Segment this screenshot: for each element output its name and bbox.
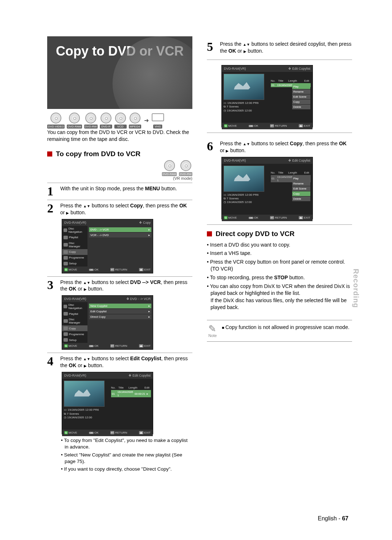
down-icon bbox=[87, 279, 90, 285]
badge-dvd-r: DVD-R bbox=[100, 113, 112, 129]
step-number: 6 bbox=[207, 140, 216, 154]
context-menu: Play Rename Edit Scene Copy Delete bbox=[292, 84, 310, 110]
mini-badges: DVD-RAM DVD-RW bbox=[47, 160, 192, 176]
step-3: 3 Press the buttons to select DVD --> VC… bbox=[47, 276, 192, 293]
note-icon: ✎ Note bbox=[208, 324, 217, 338]
section-head-direct-copy: Direct copy DVD to VCR bbox=[207, 230, 352, 238]
step-body: Press the buttons to select Copy, then p… bbox=[60, 202, 192, 216]
section-head-copy-dvd-to-vcr: To copy from DVD to VCR bbox=[47, 150, 192, 158]
osd-side-menu: Disc Navigation Playlist Disc Manager Co… bbox=[62, 226, 87, 267]
context-menu: Play Rename Edit Scene Copy Delete bbox=[292, 176, 310, 202]
step-body: With the unit in Stop mode, press the ME… bbox=[60, 185, 192, 198]
osd-copylist-copy: DVD-RAM(VR)Edit Copylist ▭ 19/JAN/2005 1… bbox=[221, 157, 313, 219]
up-icon bbox=[243, 41, 246, 47]
play-icon bbox=[84, 362, 87, 368]
osd-edit-copylist: DVD-RAM(VR)Edit Copylist ▭ 19/JAN/2005 1… bbox=[62, 372, 153, 434]
mini-badge-dvd-ram: DVD-RAM bbox=[162, 160, 177, 176]
banner-title: Copy to DVD or VCR bbox=[47, 44, 192, 59]
note-text: Copy function is not allowed in progress… bbox=[222, 324, 349, 331]
section1-title: To copy from DVD to VCR bbox=[56, 150, 140, 158]
page-footer: English - 67 bbox=[318, 515, 349, 522]
step4-notes: To copy from "Edit Copylist", you need t… bbox=[61, 437, 192, 472]
play-icon bbox=[244, 48, 246, 54]
intro-text: You can copy from the DVD to VCR or VCR … bbox=[47, 129, 192, 143]
up-icon bbox=[83, 279, 87, 285]
vr-mode-label: (VR mode) bbox=[47, 176, 192, 180]
right-column: 5 Press the buttons to select desired co… bbox=[207, 36, 352, 475]
title-banner: Copy to DVD or VCR bbox=[47, 36, 192, 109]
step-number: 1 bbox=[47, 185, 57, 198]
down-icon bbox=[246, 141, 250, 146]
down-icon bbox=[87, 203, 90, 208]
thumbnail-icon bbox=[64, 381, 105, 407]
up-icon bbox=[83, 356, 87, 361]
step-6: 6 Press the buttons to select Copy, then… bbox=[207, 138, 352, 154]
step-number: 3 bbox=[47, 279, 57, 293]
badge-dvd-rw: DVD-RW bbox=[84, 113, 98, 129]
osd-copy-menu: DVD-RAM(VR)Copy Disc Navigation Playlist… bbox=[62, 219, 153, 273]
down-icon bbox=[246, 41, 250, 47]
step-body: Press the buttons to select DVD --> VCR,… bbox=[60, 279, 192, 293]
down-icon bbox=[87, 356, 90, 361]
up-icon bbox=[243, 141, 246, 146]
direct-copy-bullets: Insert a DVD disc you want to copy. Inse… bbox=[207, 241, 352, 311]
osd-copylist-actions: DVD-RAM(VR)Edit Copylist ▭ 19/JAN/2005 1… bbox=[221, 65, 313, 127]
up-icon bbox=[83, 203, 87, 208]
badge-dvd-ram: DVD-RAM bbox=[67, 113, 82, 129]
note-box: ✎ Note Copy function is not allowed in p… bbox=[207, 320, 352, 342]
thumbnail-icon bbox=[224, 74, 264, 100]
left-column: Copy to DVD or VCR DVD-VIDEO DVD-RAM DVD… bbox=[47, 36, 192, 475]
badge-vcd: VCD bbox=[114, 113, 127, 129]
page: Copy to DVD or VCR DVD-VIDEO DVD-RAM DVD… bbox=[0, 0, 392, 540]
step-number: 4 bbox=[47, 355, 57, 369]
play-icon bbox=[84, 286, 87, 292]
badge-dvd-video: DVD-VIDEO bbox=[47, 113, 65, 129]
mini-badge-dvd-rw: DVD-RW bbox=[179, 160, 192, 176]
step-4: 4 Press the buttons to select Edit Copyl… bbox=[47, 353, 192, 369]
badge-vhs: VHS bbox=[152, 112, 164, 129]
step-body: Press the buttons to select Copy, then p… bbox=[220, 140, 352, 154]
side-tab-label: Recording bbox=[352, 269, 360, 308]
step-body: Press the buttons to select Edit Copylis… bbox=[60, 355, 192, 369]
osd-dvd-vcr-menu: DVD-RAM(VR)DVD - -> VCR Disc Navigation … bbox=[62, 295, 153, 350]
step-2: 2 Press the buttons to select Copy, then… bbox=[47, 200, 192, 216]
section2-title: Direct copy DVD to VCR bbox=[216, 230, 294, 238]
step-5: 5 Press the buttons to select desired co… bbox=[207, 38, 352, 54]
red-square-icon bbox=[47, 151, 52, 157]
step-number: 5 bbox=[207, 41, 216, 54]
media-format-row: DVD-VIDEO DVD-RAM DVD-RW DVD-R VCD MPEG4… bbox=[47, 112, 192, 129]
arrow-icon: ➜ bbox=[143, 117, 150, 124]
step-1: 1 With the unit in Stop mode, press the … bbox=[47, 183, 192, 198]
thumbnail-icon bbox=[224, 166, 264, 192]
badge-mpeg4: MPEG4 bbox=[129, 113, 141, 129]
step-number: 2 bbox=[47, 202, 57, 216]
step-body: Press the buttons to select desired copy… bbox=[220, 41, 352, 54]
red-square-icon bbox=[207, 231, 212, 236]
